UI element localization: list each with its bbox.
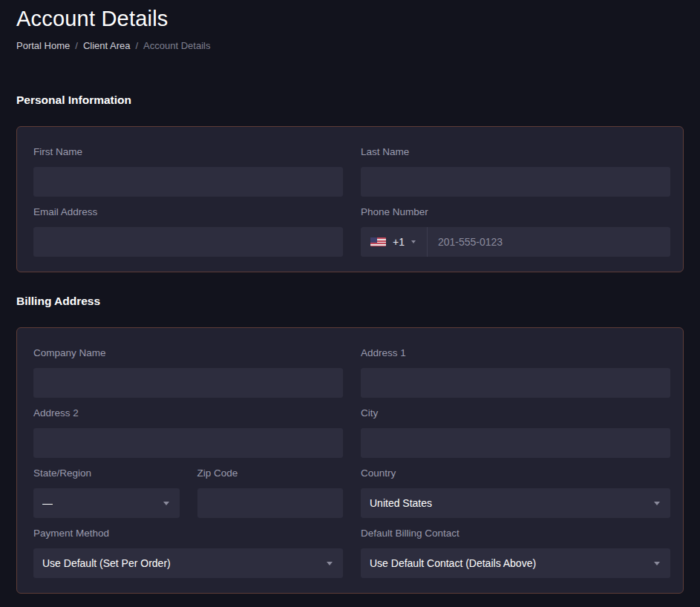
payment-method-field: Payment Method Use Default (Set Per Orde… bbox=[33, 528, 343, 578]
state-select[interactable]: — bbox=[33, 488, 180, 518]
email-input[interactable] bbox=[33, 227, 343, 257]
breadcrumb-separator: / bbox=[75, 40, 78, 51]
personal-information-card: First Name Last Name Email Address Phone… bbox=[16, 126, 684, 272]
address1-input[interactable] bbox=[361, 368, 670, 398]
city-label: City bbox=[361, 407, 670, 419]
account-details-page: Account Details Portal Home / Client Are… bbox=[0, 0, 700, 607]
last-name-label: Last Name bbox=[361, 146, 670, 158]
address2-input[interactable] bbox=[33, 428, 343, 458]
country-select[interactable]: United States bbox=[361, 488, 670, 518]
first-name-input[interactable] bbox=[33, 167, 343, 197]
chevron-down-icon bbox=[411, 240, 416, 243]
breadcrumb: Portal Home / Client Area / Account Deta… bbox=[16, 40, 684, 51]
address2-city-row: Address 2 City bbox=[33, 407, 670, 458]
address2-label: Address 2 bbox=[33, 407, 343, 419]
country-label: Country bbox=[361, 467, 670, 479]
address1-label: Address 1 bbox=[361, 347, 670, 359]
company-name-label: Company Name bbox=[33, 347, 343, 359]
dial-code-select[interactable]: +1 bbox=[361, 227, 427, 257]
breadcrumb-separator: / bbox=[135, 40, 138, 51]
breadcrumb-portal-home[interactable]: Portal Home bbox=[16, 40, 70, 51]
payment-method-select-value: Use Default (Set Per Order) bbox=[42, 557, 171, 569]
phone-input-group: +1 bbox=[361, 227, 670, 257]
zip-input[interactable] bbox=[197, 488, 344, 518]
state-zip-split: State/Region — Zip Code bbox=[33, 467, 343, 518]
us-flag-icon bbox=[370, 237, 386, 246]
address1-field: Address 1 bbox=[361, 347, 670, 398]
last-name-input[interactable] bbox=[361, 167, 670, 197]
chevron-down-icon bbox=[163, 502, 169, 505]
last-name-field: Last Name bbox=[361, 146, 670, 197]
billing-contact-field: Default Billing Contact Use Default Cont… bbox=[361, 528, 670, 578]
payment-method-select[interactable]: Use Default (Set Per Order) bbox=[33, 548, 343, 578]
zip-field: Zip Code bbox=[197, 467, 344, 518]
contact-row: Email Address Phone Number +1 bbox=[33, 206, 670, 257]
breadcrumb-current: Account Details bbox=[143, 40, 210, 51]
email-field: Email Address bbox=[33, 206, 343, 257]
first-name-label: First Name bbox=[33, 146, 343, 158]
chevron-down-icon bbox=[327, 562, 333, 565]
billing-contact-label: Default Billing Contact bbox=[361, 528, 670, 539]
name-row: First Name Last Name bbox=[33, 146, 670, 197]
section-heading-billing-address: Billing Address bbox=[16, 295, 684, 308]
billing-address-card: Company Name Address 1 Address 2 City St… bbox=[16, 327, 684, 594]
city-field: City bbox=[361, 407, 670, 458]
state-select-value: — bbox=[42, 497, 53, 509]
company-name-input[interactable] bbox=[33, 368, 343, 398]
city-input[interactable] bbox=[361, 428, 670, 458]
company-name-field: Company Name bbox=[33, 347, 343, 398]
billing-contact-select[interactable]: Use Default Contact (Details Above) bbox=[361, 548, 670, 578]
phone-label: Phone Number bbox=[361, 206, 670, 218]
page-title: Account Details bbox=[16, 6, 684, 31]
chevron-down-icon bbox=[654, 502, 660, 505]
dial-code-value: +1 bbox=[393, 236, 405, 248]
zip-label: Zip Code bbox=[197, 467, 344, 479]
phone-field: Phone Number +1 bbox=[361, 206, 670, 257]
email-label: Email Address bbox=[33, 206, 343, 218]
state-field: State/Region — bbox=[33, 467, 180, 518]
breadcrumb-client-area[interactable]: Client Area bbox=[83, 40, 131, 51]
phone-number-input[interactable] bbox=[428, 227, 670, 257]
chevron-down-icon bbox=[654, 562, 660, 565]
billing-contact-select-value: Use Default Contact (Details Above) bbox=[370, 557, 536, 569]
first-name-field: First Name bbox=[33, 146, 343, 197]
country-select-value: United States bbox=[370, 497, 432, 509]
payment-contact-row: Payment Method Use Default (Set Per Orde… bbox=[33, 528, 670, 578]
state-zip-country-row: State/Region — Zip Code Country United S… bbox=[33, 467, 670, 518]
payment-method-label: Payment Method bbox=[33, 528, 343, 539]
section-heading-personal-information: Personal Information bbox=[16, 93, 684, 107]
state-label: State/Region bbox=[33, 467, 180, 479]
address2-field: Address 2 bbox=[33, 407, 343, 458]
company-address1-row: Company Name Address 1 bbox=[33, 347, 670, 398]
country-field: Country United States bbox=[361, 467, 670, 518]
